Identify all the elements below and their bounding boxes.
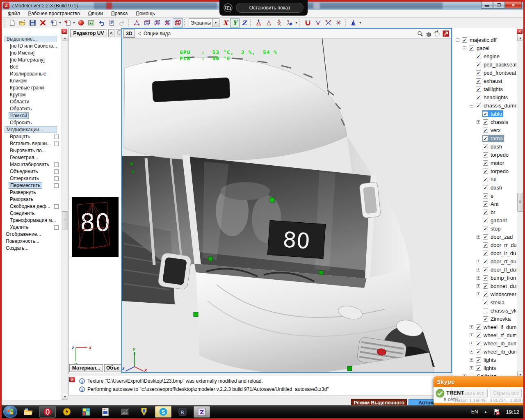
command-option-box[interactable] xyxy=(54,135,59,139)
collapse-icon[interactable]: – xyxy=(463,46,466,50)
command-item[interactable]: Краевые грани xyxy=(3,84,63,91)
visibility-checkbox[interactable]: ✓ xyxy=(483,316,488,322)
commands-group-header[interactable]: Выделение... xyxy=(3,36,63,43)
command-item[interactable]: Разорвать xyxy=(3,196,63,203)
stop-sharing-button[interactable]: Остановить показ xyxy=(236,3,304,13)
expand-icon[interactable]: + xyxy=(477,292,480,296)
language-indicator[interactable]: EN xyxy=(471,409,478,415)
explorer-taskbar-button[interactable] xyxy=(20,406,37,418)
tree-item[interactable]: ✓ped_frontseat xyxy=(454,68,516,77)
command-item[interactable]: Области xyxy=(3,98,63,105)
tree-item[interactable]: –✓majestic.dff xyxy=(454,36,516,44)
dropdown-arrow-icon[interactable]: ▼ xyxy=(72,21,76,25)
export-button[interactable] xyxy=(62,18,72,27)
dropdown-arrow-icon[interactable]: ▼ xyxy=(358,21,362,25)
command-option-box[interactable] xyxy=(54,204,59,209)
txd-workshop-taskbar-button[interactable] xyxy=(78,406,94,418)
collapse-icon[interactable]: – xyxy=(456,38,459,42)
zmodeler-taskbar-button[interactable]: Z xyxy=(194,406,210,418)
tree-item[interactable]: ✓tablo xyxy=(454,110,516,118)
tree-item[interactable]: ✓taillights xyxy=(454,85,516,93)
command-option-box[interactable] xyxy=(54,176,59,181)
tree-item[interactable]: chassis_vlo xyxy=(454,306,516,315)
daemon-tools-taskbar-button[interactable] xyxy=(59,406,75,418)
expand-icon[interactable]: + xyxy=(477,260,480,263)
tree-item[interactable]: ✓verx xyxy=(454,126,516,134)
tree-item[interactable]: +✓wheel_rf_dummy xyxy=(454,331,516,339)
open-file-button[interactable] xyxy=(17,18,27,27)
weld-button[interactable] xyxy=(313,18,323,27)
command-item[interactable]: Объединить xyxy=(3,168,63,175)
tree-item[interactable]: ✓Ant xyxy=(454,200,516,208)
visibility-checkbox[interactable]: ✓ xyxy=(483,185,488,190)
tree-item[interactable]: ✓door_rr_dumm xyxy=(454,241,516,249)
command-item[interactable]: Удалить xyxy=(3,224,63,231)
tree-item[interactable]: ✓engine xyxy=(454,52,516,60)
command-item[interactable]: [по ID или Свойств... xyxy=(3,43,63,50)
visibility-checkbox[interactable]: ✓ xyxy=(476,95,481,100)
show-hidden-icons[interactable]: ▲ xyxy=(484,410,488,414)
command-item[interactable]: Кругом xyxy=(3,91,63,98)
zoom-view-icon[interactable] xyxy=(416,30,424,37)
tree-item[interactable]: –✓gazel xyxy=(454,44,516,52)
tree-item[interactable]: ✓e xyxy=(454,192,516,200)
tree-item[interactable]: ✓motor xyxy=(454,159,516,167)
tree-item[interactable]: ✓torpedo xyxy=(454,151,516,159)
command-item[interactable]: Вращать xyxy=(3,133,63,140)
collapse-icon[interactable]: – xyxy=(470,104,473,107)
expand-icon[interactable]: + xyxy=(477,235,480,239)
skeleton-button[interactable] xyxy=(274,18,284,27)
unweld-button[interactable] xyxy=(323,18,333,27)
command-item[interactable]: Выровнять по... xyxy=(3,147,63,154)
command-item[interactable]: Создать... xyxy=(3,245,63,252)
command-item[interactable]: Переместить xyxy=(3,182,63,189)
scale-down-button[interactable] xyxy=(264,18,274,27)
undo-button[interactable] xyxy=(96,18,107,27)
img-tool-taskbar-button[interactable] xyxy=(116,406,133,418)
view-mode-button[interactable]: 3D xyxy=(123,30,135,38)
visibility-checkbox[interactable] xyxy=(483,308,488,313)
visibility-checkbox[interactable]: ✓ xyxy=(476,62,481,67)
visibility-checkbox[interactable]: ✓ xyxy=(483,300,488,305)
texture-browser-button[interactable] xyxy=(86,18,96,27)
magnet-button[interactable] xyxy=(303,18,313,27)
command-option-box[interactable] xyxy=(54,169,59,174)
command-item[interactable]: Геометрия... xyxy=(3,154,63,161)
action-center-flag-icon[interactable] xyxy=(493,409,500,415)
bones-button[interactable] xyxy=(284,18,294,27)
visibility-checkbox[interactable]: ✓ xyxy=(476,54,481,59)
command-item[interactable]: Отзеркалить xyxy=(3,175,63,182)
visibility-checkbox[interactable]: ✓ xyxy=(483,193,488,199)
rotate-view-icon[interactable] xyxy=(433,30,441,37)
taskbar-clock[interactable]: 19:12 xyxy=(506,409,519,415)
dropdown-arrow-icon[interactable]: ▼ xyxy=(212,18,219,27)
visibility-checkbox[interactable]: ✓ xyxy=(476,341,481,346)
new-file-button[interactable] xyxy=(7,18,17,27)
minimize-button[interactable]: ▬ xyxy=(481,2,493,9)
command-item[interactable]: Трансформация м... xyxy=(3,217,63,224)
material-button[interactable]: Материал... xyxy=(69,364,103,372)
edges-mode-button[interactable] xyxy=(142,18,152,27)
command-option-box[interactable] xyxy=(54,183,59,188)
visibility-checkbox[interactable]: ✓ xyxy=(483,259,488,264)
command-option-box[interactable] xyxy=(54,142,59,146)
modding-tool-taskbar-button[interactable] xyxy=(136,406,152,418)
tree-item[interactable]: +✓door_lf_dumm xyxy=(454,265,516,274)
vertices-mode-button[interactable] xyxy=(132,18,142,27)
axes-mode-dropdown[interactable]: Экранны xyxy=(189,18,212,27)
commands-group-header[interactable]: Модификации... xyxy=(3,126,63,133)
expand-icon[interactable]: + xyxy=(477,284,480,288)
menu-item[interactable]: Опции xyxy=(84,10,107,17)
visibility-checkbox[interactable]: ✓ xyxy=(483,234,488,240)
command-option-box[interactable] xyxy=(54,162,59,167)
save-button[interactable] xyxy=(27,18,38,27)
menu-item[interactable]: Рабочее пространство xyxy=(25,10,84,17)
objects-mode-button[interactable] xyxy=(173,18,183,27)
command-item[interactable]: Рамкой xyxy=(3,112,63,119)
faces-mode-button[interactable] xyxy=(152,18,162,27)
visibility-checkbox[interactable]: ✓ xyxy=(483,267,488,272)
dropdown-arrow-icon[interactable]: ▼ xyxy=(294,21,298,25)
tree-item[interactable]: ✓stekla xyxy=(454,298,516,306)
material-sphere-button[interactable] xyxy=(76,18,86,27)
tree-item[interactable]: +✓bump_front_d xyxy=(454,274,516,282)
